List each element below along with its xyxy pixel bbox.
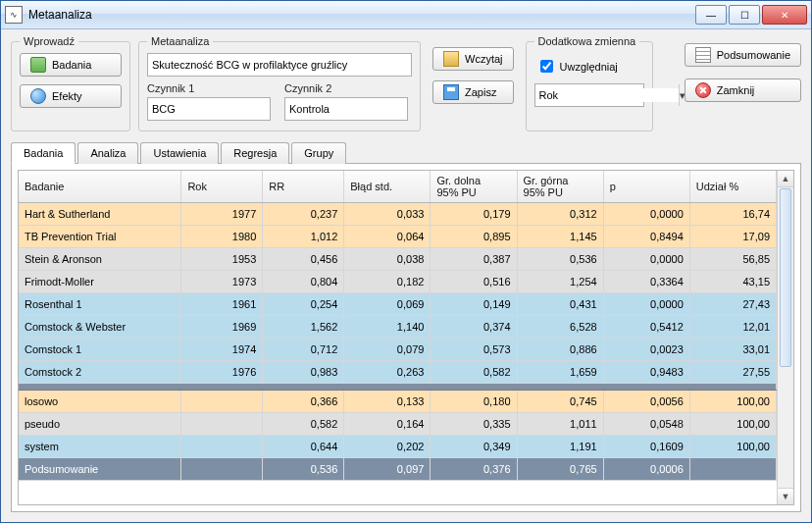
cell-dolna[interactable]: 0,149 bbox=[431, 293, 517, 316]
cell-rok[interactable]: 1980 bbox=[181, 226, 263, 248]
cell-blad[interactable]: 0,182 bbox=[344, 271, 431, 293]
cell-rr[interactable]: 1,562 bbox=[263, 316, 344, 339]
minimize-button[interactable]: — bbox=[695, 5, 727, 25]
tab-analiza[interactable]: Analiza bbox=[77, 142, 138, 164]
cell-badanie[interactable]: Comstock & Webster bbox=[19, 316, 181, 339]
cell-dolna[interactable]: 0,387 bbox=[431, 248, 517, 271]
cell-p[interactable]: 0,0548 bbox=[603, 413, 689, 436]
cell-rok[interactable] bbox=[181, 391, 263, 413]
cell-p[interactable]: 0,3364 bbox=[603, 271, 689, 293]
cell-rok[interactable]: 1976 bbox=[181, 361, 263, 384]
cell-udzial[interactable]: 100,00 bbox=[689, 413, 776, 436]
table-row[interactable]: Stein & Aronson19530,4560,0380,3870,5360… bbox=[19, 248, 777, 271]
cell-blad[interactable]: 0,263 bbox=[344, 361, 431, 384]
col-udzial[interactable]: Udział % bbox=[689, 171, 776, 203]
cell-badanie[interactable]: pseudo bbox=[19, 413, 181, 436]
table-row[interactable]: Hart & Sutherland19770,2370,0330,1790,31… bbox=[19, 203, 777, 226]
cell-badanie[interactable]: Comstock 2 bbox=[19, 361, 181, 384]
cell-blad[interactable]: 1,140 bbox=[344, 316, 431, 339]
meta-name-input[interactable] bbox=[147, 53, 412, 77]
cell-badanie[interactable]: system bbox=[19, 436, 181, 458]
col-blad[interactable]: Błąd std. bbox=[344, 171, 431, 203]
scroll-thumb[interactable] bbox=[780, 188, 791, 367]
cell-badanie[interactable]: Rosenthal 1 bbox=[19, 293, 181, 316]
cell-blad[interactable]: 0,202 bbox=[344, 436, 431, 458]
cell-p[interactable]: 0,0000 bbox=[603, 203, 689, 226]
cell-p[interactable]: 0,1609 bbox=[603, 436, 689, 458]
tab-grupy[interactable]: Grupy bbox=[291, 142, 346, 164]
podsumowanie-button[interactable]: Podsumowanie bbox=[685, 43, 801, 67]
cell-badanie[interactable]: losowo bbox=[19, 391, 181, 413]
cell-dolna[interactable]: 0,376 bbox=[431, 458, 517, 481]
cell-gorna[interactable]: 0,431 bbox=[517, 293, 603, 316]
cell-rr[interactable]: 0,237 bbox=[263, 203, 344, 226]
cell-udzial[interactable] bbox=[689, 458, 776, 481]
maximize-button[interactable]: ☐ bbox=[729, 5, 760, 25]
cell-gorna[interactable]: 6,528 bbox=[517, 316, 603, 339]
cell-blad[interactable]: 0,079 bbox=[344, 339, 431, 361]
cell-dolna[interactable]: 0,349 bbox=[431, 436, 517, 458]
cell-gorna[interactable]: 1,011 bbox=[517, 413, 603, 436]
extra-combo[interactable]: ▾ bbox=[534, 83, 644, 107]
cell-udzial[interactable]: 43,15 bbox=[689, 271, 776, 293]
cell-p[interactable]: 0,0006 bbox=[603, 458, 689, 481]
cell-badanie[interactable]: TB Prevention Trial bbox=[19, 226, 181, 248]
cell-dolna[interactable]: 0,179 bbox=[431, 203, 517, 226]
cell-p[interactable]: 0,0023 bbox=[603, 339, 689, 361]
zamknij-button[interactable]: Zamknij bbox=[685, 78, 801, 102]
cell-blad[interactable]: 0,033 bbox=[344, 203, 431, 226]
cell-gorna[interactable]: 0,312 bbox=[517, 203, 603, 226]
cell-p[interactable]: 0,9483 bbox=[603, 361, 689, 384]
cell-badanie[interactable]: Comstock 1 bbox=[19, 339, 181, 361]
table-row[interactable]: Comstock 219760,9830,2630,5821,6590,9483… bbox=[19, 361, 777, 384]
zapisz-button[interactable]: Zapisz bbox=[432, 80, 514, 104]
wczytaj-button[interactable]: Wczytaj bbox=[432, 47, 514, 71]
cell-rok[interactable]: 1969 bbox=[181, 316, 263, 339]
cell-blad[interactable]: 0,164 bbox=[344, 413, 431, 436]
table-row[interactable] bbox=[19, 384, 777, 391]
cell-badanie[interactable]: Stein & Aronson bbox=[19, 248, 181, 271]
table-row[interactable]: Rosenthal 119610,2540,0690,1490,4310,000… bbox=[19, 293, 777, 316]
cell-gorna[interactable]: 0,765 bbox=[517, 458, 603, 481]
cell-rr[interactable]: 0,582 bbox=[263, 413, 344, 436]
cell-rr[interactable]: 0,366 bbox=[263, 391, 344, 413]
cell-gorna[interactable]: 0,745 bbox=[517, 391, 603, 413]
cell-rr[interactable]: 0,254 bbox=[263, 293, 344, 316]
uwzgl-row[interactable]: Uwzględniaj bbox=[536, 57, 644, 76]
col-p[interactable]: p bbox=[603, 171, 689, 203]
cell-udzial[interactable]: 12,01 bbox=[689, 316, 776, 339]
cell-rok[interactable] bbox=[181, 458, 263, 481]
tab-badania[interactable]: Badania bbox=[11, 142, 76, 164]
tab-ustawienia[interactable]: Ustawienia bbox=[140, 142, 219, 164]
cell-rr[interactable]: 0,712 bbox=[263, 339, 344, 361]
titlebar[interactable]: ∿ Metaanaliza — ☐ ✕ bbox=[1, 1, 811, 29]
cell-gorna[interactable]: 0,536 bbox=[517, 248, 603, 271]
table-row[interactable]: Comstock 119740,7120,0790,5730,8860,0023… bbox=[19, 339, 777, 361]
cell-rr[interactable]: 1,012 bbox=[263, 226, 344, 248]
cell-p[interactable]: 0,0000 bbox=[603, 293, 689, 316]
cell-dolna[interactable]: 0,582 bbox=[431, 361, 517, 384]
table-row[interactable]: Comstock & Webster19691,5621,1400,3746,5… bbox=[19, 316, 777, 339]
cell-rok[interactable]: 1973 bbox=[181, 271, 263, 293]
cell-blad[interactable]: 0,069 bbox=[344, 293, 431, 316]
cell-blad[interactable]: 0,133 bbox=[344, 391, 431, 413]
cell-gorna[interactable]: 0,886 bbox=[517, 339, 603, 361]
cell-udzial[interactable]: 100,00 bbox=[689, 391, 776, 413]
table-row[interactable]: Podsumowanie0,5360,0970,3760,7650,0006 bbox=[19, 458, 777, 481]
cell-udzial[interactable]: 100,00 bbox=[689, 436, 776, 458]
cell-dolna[interactable]: 0,895 bbox=[431, 226, 517, 248]
cell-rok[interactable]: 1961 bbox=[181, 293, 263, 316]
cell-dolna[interactable]: 0,335 bbox=[431, 413, 517, 436]
scroll-up-icon[interactable]: ▲ bbox=[778, 171, 793, 187]
cell-p[interactable]: 0,0056 bbox=[603, 391, 689, 413]
cell-blad[interactable]: 0,097 bbox=[344, 458, 431, 481]
cell-udzial[interactable]: 16,74 bbox=[689, 203, 776, 226]
cell-rr[interactable]: 0,804 bbox=[263, 271, 344, 293]
scroll-down-icon[interactable]: ▼ bbox=[778, 488, 793, 504]
cell-badanie[interactable]: Podsumowanie bbox=[19, 458, 181, 481]
col-rok[interactable]: Rok bbox=[181, 171, 263, 203]
cell-blad[interactable]: 0,038 bbox=[344, 248, 431, 271]
cell-blad[interactable]: 0,064 bbox=[344, 226, 431, 248]
cell-rok[interactable]: 1953 bbox=[181, 248, 263, 271]
table-row[interactable]: system0,6440,2020,3491,1910,1609100,00 bbox=[19, 436, 777, 458]
